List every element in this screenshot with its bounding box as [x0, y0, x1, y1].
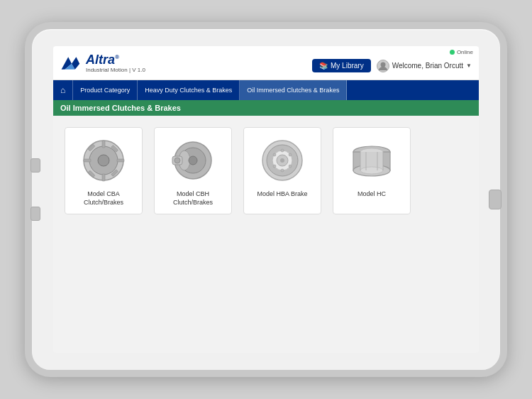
nav-bar: ⌂ Product Category Heavy Duty Clutches &…	[53, 80, 479, 100]
product-card-cba[interactable]: Model CBAClutch/Brakes	[65, 127, 143, 214]
volume-down-button[interactable]	[31, 207, 40, 221]
altra-logo-icon	[60, 53, 83, 73]
tablet-frame: Altra® Industrial Motion | V 1.0 Online …	[25, 22, 507, 377]
svg-point-37	[360, 167, 383, 174]
product-card-cbh[interactable]: Model CBHClutch/Brakes	[154, 127, 232, 214]
page-title: Oil Immersed Clutches & Brakes	[60, 104, 181, 112]
product-label-cba: Model CBAClutch/Brakes	[84, 190, 123, 207]
svg-point-26	[281, 149, 284, 152]
volume-up-button[interactable]	[31, 158, 40, 173]
my-library-button[interactable]: 📚 My Library	[312, 59, 371, 72]
my-library-label: My Library	[331, 62, 364, 70]
page-section-header: Oil Immersed Clutches & Brakes	[53, 100, 479, 116]
svg-point-27	[289, 153, 292, 156]
svg-point-6	[98, 155, 109, 166]
user-menu[interactable]: Welcome, Brian Orcutt ▼	[377, 60, 472, 72]
nav-home-button[interactable]: ⌂	[53, 80, 73, 100]
products-grid: Model CBAClutch/Brakes Model CBHClutch/	[53, 116, 479, 226]
welcome-text: Welcome, Brian Orcutt	[392, 62, 463, 70]
online-dot-icon	[450, 50, 455, 55]
home-icon: ⌂	[60, 85, 65, 95]
svg-point-30	[273, 165, 276, 168]
nav-item-product-category[interactable]: Product Category	[73, 80, 138, 100]
product-image-hc	[346, 135, 397, 186]
user-avatar-icon	[377, 60, 389, 72]
nav-item-oil-immersed[interactable]: Oil Immersed Clutches & Brakes	[240, 80, 347, 100]
header-right: 📚 My Library Welcome, Brian Orcutt ▼	[312, 59, 472, 72]
dropdown-arrow-icon: ▼	[466, 62, 472, 69]
logo-area: Altra® Industrial Motion | V 1.0	[60, 53, 145, 73]
svg-point-29	[281, 169, 284, 172]
logo-text: Altra® Industrial Motion | V 1.0	[86, 53, 145, 73]
nav-label-heavy-duty: Heavy Duty Clutches & Brakes	[145, 87, 232, 94]
svg-rect-9	[84, 159, 91, 162]
svg-point-25	[280, 158, 284, 163]
online-label: Online	[457, 49, 473, 55]
app-header: Altra® Industrial Motion | V 1.0 Online …	[53, 46, 479, 80]
svg-rect-7	[102, 141, 105, 148]
tablet-screen: Altra® Industrial Motion | V 1.0 Online …	[53, 46, 479, 353]
svg-point-20	[174, 158, 180, 163]
product-card-hc[interactable]: Model HC	[333, 127, 411, 214]
product-label-hc: Model HC	[358, 190, 386, 199]
product-label-hba: Model HBA Brake	[257, 190, 307, 199]
nav-item-heavy-duty[interactable]: Heavy Duty Clutches & Brakes	[138, 80, 240, 100]
home-button[interactable]	[489, 190, 501, 209]
online-status: Online	[450, 49, 473, 55]
logo-brand-name: Altra®	[86, 53, 145, 66]
svg-point-18	[189, 156, 197, 165]
svg-point-28	[289, 165, 292, 168]
product-label-cbh: Model CBHClutch/Brakes	[173, 190, 213, 207]
product-card-hba[interactable]: Model HBA Brake	[243, 127, 321, 214]
nav-label-oil-immersed: Oil Immersed Clutches & Brakes	[247, 87, 339, 94]
svg-point-31	[273, 153, 276, 156]
svg-rect-8	[102, 174, 105, 181]
logo-subtitle: Industrial Motion | V 1.0	[86, 67, 145, 73]
product-image-cbh	[167, 135, 218, 186]
svg-rect-10	[117, 159, 124, 162]
library-icon: 📚	[319, 62, 328, 70]
nav-label-product-category: Product Category	[80, 87, 130, 94]
product-image-hba	[257, 135, 308, 186]
product-image-cba	[78, 135, 129, 186]
svg-point-3	[380, 62, 385, 67]
